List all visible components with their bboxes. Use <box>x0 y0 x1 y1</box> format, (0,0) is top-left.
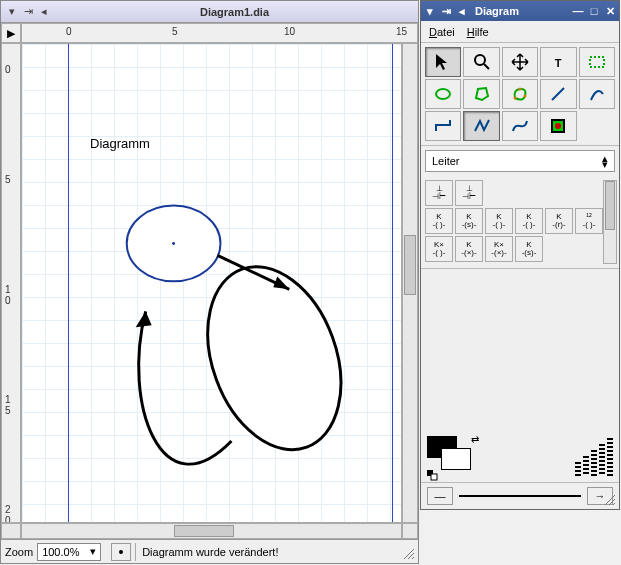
tool-scroll[interactable] <box>502 47 538 77</box>
swap-colors-icon[interactable]: ⇄ <box>471 434 479 445</box>
svg-point-9 <box>518 88 521 91</box>
svg-text:T: T <box>555 57 562 69</box>
pin-icon[interactable]: ⇥ <box>439 4 453 18</box>
tool-grid: T <box>421 43 619 146</box>
palette-scrollbar[interactable] <box>603 180 617 264</box>
diagram-window: ▾ ⇥ ◂ Diagram1.dia ▶ 0 5 10 15 0 5 1 0 1… <box>0 0 419 564</box>
snap-toggle[interactable] <box>111 543 131 561</box>
status-message: Diagramm wurde verändert! <box>135 543 278 561</box>
arrow-style-row: — → <box>421 483 619 509</box>
diagram-canvas[interactable]: Diagramm <box>21 43 402 523</box>
shape-relay-9[interactable]: K×-(×)- <box>485 236 513 262</box>
tool-zigzag[interactable] <box>425 111 461 141</box>
tool-polyline[interactable] <box>463 111 499 141</box>
tool-box[interactable] <box>579 47 615 77</box>
shape-relay-6[interactable]: ¹²-( )- <box>575 208 603 234</box>
toolbox-titlebar[interactable]: ▾ ⇥ ◂ Diagram — □ ✕ <box>421 1 619 21</box>
toolbox-menubar: Datei Hilfe <box>421 21 619 43</box>
zoom-combo[interactable]: 100.0% ▾ <box>37 543 101 561</box>
color-swatch[interactable]: ⇄ <box>427 436 477 476</box>
svg-point-7 <box>436 89 450 99</box>
svg-rect-16 <box>431 474 437 480</box>
horizontal-ruler[interactable]: 0 5 10 15 <box>21 23 418 43</box>
menu-help[interactable]: Hilfe <box>467 26 489 38</box>
shape-relay-7[interactable]: K×-( )- <box>425 236 453 262</box>
tool-pointer[interactable] <box>425 47 461 77</box>
toolbox-title: Diagram <box>469 5 571 17</box>
vertical-scrollbar[interactable] <box>402 43 418 523</box>
maximize-icon[interactable]: □ <box>587 4 601 18</box>
tool-arc[interactable] <box>579 79 615 109</box>
svg-line-11 <box>552 88 564 100</box>
close-icon[interactable]: ✕ <box>603 4 617 18</box>
line-style-selector[interactable] <box>459 495 581 497</box>
shape-relay-5[interactable]: K-(r)- <box>545 208 573 234</box>
shape-palette: ⊥⊣⊢ ⊥⊣⊢ K-( )- K-(s)- K-( )- K-( )- K-(r… <box>421 176 619 269</box>
sheet-selector[interactable]: Leiter ▴▾ <box>425 150 615 172</box>
statusbar: Zoom 100.0% ▾ Diagramm wurde verändert! <box>1 539 418 563</box>
sheet-name: Leiter <box>432 155 460 167</box>
vertical-ruler[interactable]: 0 5 1 0 1 5 2 0 <box>1 43 21 523</box>
tool-image[interactable] <box>540 111 576 141</box>
svg-point-10 <box>523 95 526 98</box>
color-area: ⇄ <box>421 269 619 483</box>
tool-magnify[interactable] <box>463 47 499 77</box>
tool-line[interactable] <box>540 79 576 109</box>
shape-relay-3[interactable]: K-( )- <box>485 208 513 234</box>
shape-if[interactable]: ⊥⊣⊢ <box>425 180 453 206</box>
pin-icon[interactable]: ⇥ <box>21 5 35 19</box>
menu-file[interactable]: Datei <box>429 26 455 38</box>
toolbox-window: ▾ ⇥ ◂ Diagram — □ ✕ Datei Hilfe T Leiter… <box>420 0 620 510</box>
nav-corner[interactable] <box>402 523 418 539</box>
svg-point-8 <box>513 97 516 100</box>
tool-polygon[interactable] <box>463 79 499 109</box>
shade-icon[interactable]: ◂ <box>37 5 51 19</box>
shade-icon[interactable]: ◂ <box>455 4 469 18</box>
window-menu-icon[interactable]: ▾ <box>423 4 437 18</box>
arrow-start-selector[interactable]: — <box>427 487 453 505</box>
reset-colors-icon[interactable] <box>427 470 439 482</box>
resize-grip-icon[interactable] <box>402 547 416 561</box>
tool-beziergon[interactable] <box>502 79 538 109</box>
resize-grip-icon[interactable] <box>603 493 617 507</box>
svg-rect-6 <box>590 57 604 67</box>
shape-relay-2[interactable]: K-(s)- <box>455 208 483 234</box>
line-width-selector[interactable] <box>575 436 613 476</box>
main-titlebar[interactable]: ▾ ⇥ ◂ Diagram1.dia <box>1 1 418 23</box>
shape-relay-8[interactable]: K-(×)- <box>455 236 483 262</box>
tool-bezier[interactable] <box>502 111 538 141</box>
canvas-shapes <box>22 44 401 523</box>
tool-text[interactable]: T <box>540 47 576 77</box>
ruler-origin-button[interactable]: ▶ <box>1 23 21 43</box>
svg-point-3 <box>475 55 485 65</box>
chevron-down-icon: ▾ <box>90 545 96 558</box>
window-menu-icon[interactable]: ▾ <box>5 5 19 19</box>
stepper-icon: ▴▾ <box>602 155 608 167</box>
svg-point-0 <box>172 242 175 245</box>
svg-point-14 <box>555 123 561 129</box>
shape-ifnot[interactable]: ⊥⊣⊢ <box>455 180 483 206</box>
minimize-icon[interactable]: — <box>571 4 585 18</box>
horizontal-scrollbar[interactable] <box>21 523 402 539</box>
shape-relay-10[interactable]: K-(s)- <box>515 236 543 262</box>
zoom-label: Zoom <box>1 546 37 558</box>
svg-line-4 <box>484 64 489 69</box>
background-swatch[interactable] <box>441 448 471 470</box>
shape-relay-1[interactable]: K-( )- <box>425 208 453 234</box>
tool-ellipse[interactable] <box>425 79 461 109</box>
window-title: Diagram1.dia <box>51 6 418 18</box>
shape-relay-4[interactable]: K-( )- <box>515 208 543 234</box>
